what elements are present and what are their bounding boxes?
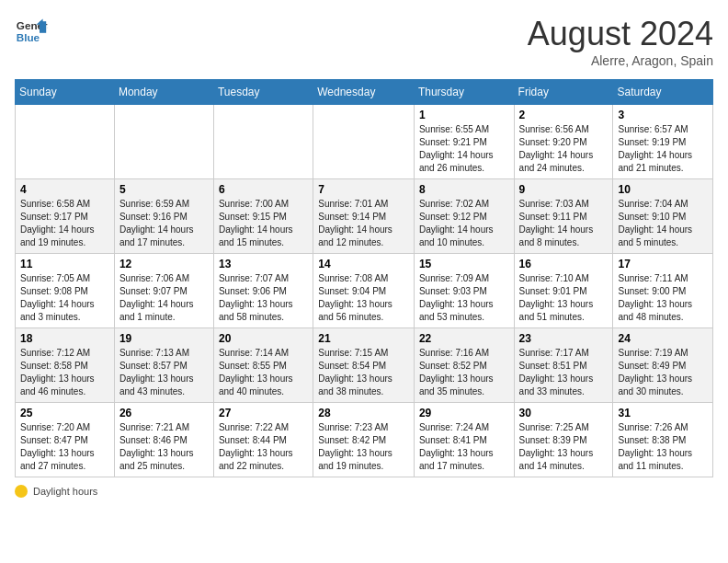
day-number: 28 [318, 407, 409, 419]
day-info: Sunrise: 7:14 AM Sunset: 8:55 PM Dayligh… [219, 347, 308, 398]
day-info: Sunrise: 7:09 AM Sunset: 9:03 PM Dayligh… [419, 272, 509, 324]
day-number: 9 [519, 183, 609, 196]
day-cell-29: 29Sunrise: 7:24 AM Sunset: 8:41 PM Dayli… [414, 403, 514, 477]
day-number: 19 [119, 332, 209, 345]
day-cell-6: 6Sunrise: 7:00 AM Sunset: 9:15 PM Daylig… [213, 179, 313, 254]
header: General Blue August 2024 Alerre, Aragon,… [15, 15, 713, 68]
weekday-header-wednesday: Wednesday [313, 80, 415, 105]
day-number: 18 [20, 332, 109, 345]
day-info: Sunrise: 7:16 AM Sunset: 8:52 PM Dayligh… [419, 347, 509, 398]
day-number: 21 [318, 332, 409, 345]
day-number: 25 [20, 407, 109, 419]
day-number: 15 [419, 258, 509, 270]
legend-label: Daylight hours [33, 486, 97, 497]
day-number: 17 [618, 258, 708, 270]
day-info: Sunrise: 6:55 AM Sunset: 9:21 PM Dayligh… [419, 123, 509, 175]
day-cell-14: 14Sunrise: 7:08 AM Sunset: 9:04 PM Dayli… [313, 254, 415, 328]
day-cell-16: 16Sunrise: 7:10 AM Sunset: 9:01 PM Dayli… [514, 254, 613, 328]
day-number: 5 [119, 183, 209, 196]
day-number: 11 [20, 258, 109, 270]
week-row-4: 25Sunrise: 7:20 AM Sunset: 8:47 PM Dayli… [16, 403, 713, 477]
svg-text:Blue: Blue [17, 31, 40, 43]
day-cell-28: 28Sunrise: 7:23 AM Sunset: 8:42 PM Dayli… [313, 403, 415, 477]
weekday-header-row: SundayMondayTuesdayWednesdayThursdayFrid… [16, 80, 713, 105]
legend: Daylight hours [15, 485, 713, 498]
day-number: 10 [618, 183, 708, 196]
day-number: 4 [20, 183, 109, 196]
day-number: 22 [419, 332, 509, 345]
day-info: Sunrise: 7:21 AM Sunset: 8:46 PM Dayligh… [119, 421, 209, 473]
day-cell-24: 24Sunrise: 7:19 AM Sunset: 8:49 PM Dayli… [613, 328, 713, 403]
day-cell-12: 12Sunrise: 7:06 AM Sunset: 9:07 PM Dayli… [114, 254, 213, 328]
day-number: 24 [618, 332, 708, 345]
day-cell-10: 10Sunrise: 7:04 AM Sunset: 9:10 PM Dayli… [613, 179, 713, 254]
day-info: Sunrise: 7:12 AM Sunset: 8:58 PM Dayligh… [20, 347, 109, 398]
day-number: 29 [419, 407, 509, 419]
day-number: 23 [519, 332, 609, 345]
day-info: Sunrise: 7:25 AM Sunset: 8:39 PM Dayligh… [519, 421, 609, 473]
day-number: 7 [318, 183, 409, 196]
day-info: Sunrise: 7:01 AM Sunset: 9:14 PM Dayligh… [318, 198, 409, 249]
week-row-1: 4Sunrise: 6:58 AM Sunset: 9:17 PM Daylig… [16, 179, 713, 254]
day-info: Sunrise: 6:59 AM Sunset: 9:16 PM Dayligh… [119, 198, 209, 249]
day-cell-17: 17Sunrise: 7:11 AM Sunset: 9:00 PM Dayli… [613, 254, 713, 328]
day-info: Sunrise: 7:13 AM Sunset: 8:57 PM Dayligh… [119, 347, 209, 398]
weekday-header-saturday: Saturday [613, 80, 713, 105]
empty-cell [313, 105, 415, 179]
sun-icon [15, 485, 28, 498]
day-number: 31 [618, 407, 708, 419]
location: Alerre, Aragon, Spain [528, 53, 713, 68]
day-info: Sunrise: 6:58 AM Sunset: 9:17 PM Dayligh… [20, 198, 109, 249]
day-info: Sunrise: 7:11 AM Sunset: 9:00 PM Dayligh… [618, 272, 708, 324]
day-number: 12 [119, 258, 209, 270]
day-cell-30: 30Sunrise: 7:25 AM Sunset: 8:39 PM Dayli… [514, 403, 613, 477]
day-info: Sunrise: 7:06 AM Sunset: 9:07 PM Dayligh… [119, 272, 209, 324]
day-cell-8: 8Sunrise: 7:02 AM Sunset: 9:12 PM Daylig… [414, 179, 514, 254]
day-number: 1 [419, 109, 509, 121]
day-cell-26: 26Sunrise: 7:21 AM Sunset: 8:46 PM Dayli… [114, 403, 213, 477]
day-info: Sunrise: 7:15 AM Sunset: 8:54 PM Dayligh… [318, 347, 409, 398]
day-info: Sunrise: 7:23 AM Sunset: 8:42 PM Dayligh… [318, 421, 409, 473]
day-cell-21: 21Sunrise: 7:15 AM Sunset: 8:54 PM Dayli… [313, 328, 415, 403]
day-info: Sunrise: 7:04 AM Sunset: 9:10 PM Dayligh… [618, 198, 708, 249]
empty-cell [16, 105, 115, 179]
weekday-header-sunday: Sunday [16, 80, 115, 105]
day-number: 6 [219, 183, 308, 196]
day-cell-4: 4Sunrise: 6:58 AM Sunset: 9:17 PM Daylig… [16, 179, 115, 254]
month-title: August 2024 [528, 15, 713, 53]
weekday-header-monday: Monday [114, 80, 213, 105]
day-number: 26 [119, 407, 209, 419]
day-cell-22: 22Sunrise: 7:16 AM Sunset: 8:52 PM Dayli… [414, 328, 514, 403]
week-row-3: 18Sunrise: 7:12 AM Sunset: 8:58 PM Dayli… [16, 328, 713, 403]
empty-cell [114, 105, 213, 179]
day-info: Sunrise: 7:24 AM Sunset: 8:41 PM Dayligh… [419, 421, 509, 473]
day-info: Sunrise: 7:17 AM Sunset: 8:51 PM Dayligh… [519, 347, 609, 398]
day-info: Sunrise: 7:20 AM Sunset: 8:47 PM Dayligh… [20, 421, 109, 473]
day-number: 8 [419, 183, 509, 196]
day-number: 27 [219, 407, 308, 419]
day-cell-5: 5Sunrise: 6:59 AM Sunset: 9:16 PM Daylig… [114, 179, 213, 254]
day-info: Sunrise: 7:26 AM Sunset: 8:38 PM Dayligh… [618, 421, 708, 473]
day-info: Sunrise: 6:56 AM Sunset: 9:20 PM Dayligh… [519, 123, 609, 175]
day-cell-1: 1Sunrise: 6:55 AM Sunset: 9:21 PM Daylig… [414, 105, 514, 179]
weekday-header-thursday: Thursday [414, 80, 514, 105]
weekday-header-tuesday: Tuesday [213, 80, 313, 105]
title-area: August 2024 Alerre, Aragon, Spain [528, 15, 713, 68]
day-cell-31: 31Sunrise: 7:26 AM Sunset: 8:38 PM Dayli… [613, 403, 713, 477]
day-cell-13: 13Sunrise: 7:07 AM Sunset: 9:06 PM Dayli… [213, 254, 313, 328]
logo: General Blue [15, 15, 48, 48]
week-row-0: 1Sunrise: 6:55 AM Sunset: 9:21 PM Daylig… [16, 105, 713, 179]
day-cell-27: 27Sunrise: 7:22 AM Sunset: 8:44 PM Dayli… [213, 403, 313, 477]
day-info: Sunrise: 7:00 AM Sunset: 9:15 PM Dayligh… [219, 198, 308, 249]
day-number: 13 [219, 258, 308, 270]
day-cell-11: 11Sunrise: 7:05 AM Sunset: 9:08 PM Dayli… [16, 254, 115, 328]
day-cell-18: 18Sunrise: 7:12 AM Sunset: 8:58 PM Dayli… [16, 328, 115, 403]
day-number: 14 [318, 258, 409, 270]
empty-cell [213, 105, 313, 179]
day-number: 16 [519, 258, 609, 270]
day-cell-15: 15Sunrise: 7:09 AM Sunset: 9:03 PM Dayli… [414, 254, 514, 328]
day-number: 3 [618, 109, 708, 121]
day-number: 20 [219, 332, 308, 345]
day-info: Sunrise: 7:22 AM Sunset: 8:44 PM Dayligh… [219, 421, 308, 473]
day-info: Sunrise: 7:19 AM Sunset: 8:49 PM Dayligh… [618, 347, 708, 398]
